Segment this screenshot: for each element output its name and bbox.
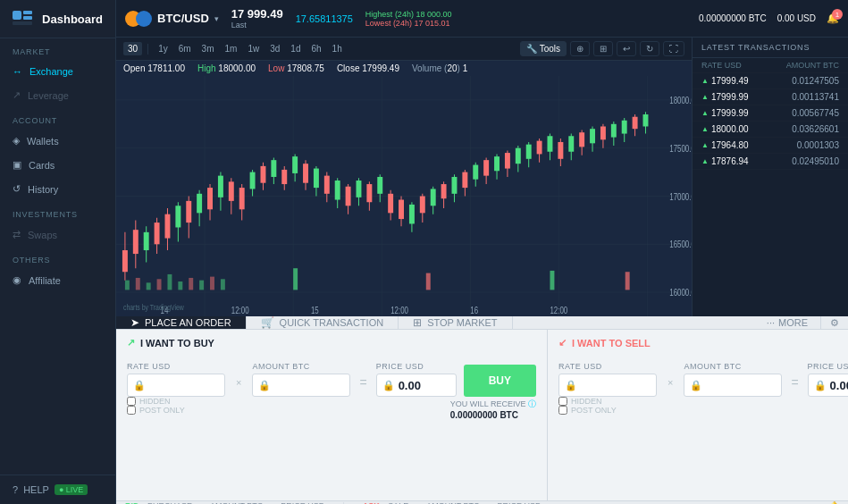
fullscreen-btn[interactable]: ⛶ [663,41,684,56]
sidebar-item-cards[interactable]: ▣ Cards [0,153,115,177]
tx-rate-6: ▲ 17876.94 [701,156,749,166]
svg-rect-136 [221,279,225,290]
market-label: MARKET [0,38,115,60]
sidebar-item-swaps[interactable]: ⇄ Swaps [0,223,115,247]
time-btn-1h[interactable]: 1h [328,42,347,55]
multiply-sign: × [236,377,241,388]
help-item[interactable]: ? HELP ● LIVE [13,484,103,495]
svg-rect-122 [622,121,627,134]
logo-icon [13,11,35,27]
svg-rect-110 [558,142,563,159]
sell-form-fields: RATE USD 🔒 × AMOUNT BTC 🔒 [558,356,848,397]
place-order-label: PLACE AN ORDER [145,317,231,328]
sell-rate-input[interactable] [581,380,651,391]
tx-rate-5: ▲ 17964.80 [701,140,749,150]
tab-quick-transaction[interactable]: 🛒 QUICK TRANSACTION [247,316,399,329]
wallets-icon: ◈ [13,135,20,147]
sell-price-field: PRICE USD 🔒 0.00 [808,362,848,397]
topbar-right: 0.00000000 BTC 0.00 USD 🔔 1 [699,13,839,24]
settings-button[interactable]: ⚙ [820,316,848,329]
pair-name: BTC/USD [157,12,209,25]
svg-rect-140 [626,272,630,290]
svg-rect-42 [197,194,202,214]
time-btn-6h[interactable]: 6h [306,42,325,55]
tab-stop-market[interactable]: ⊞ STOP MARKET [399,316,512,329]
svg-rect-1 [23,11,32,14]
sell-post-only-checkbox-label[interactable]: POST ONLY [558,406,617,415]
time-btn-3d[interactable]: 3d [265,42,284,55]
svg-rect-52 [250,172,256,189]
time-btn-1y[interactable]: 1y [154,42,172,55]
amount-lock-icon: 🔒 [258,380,271,391]
svg-rect-86 [431,189,436,206]
main-content: BTC/USD ▾ 17 999.49 Last 17.65811375 Hig… [116,0,848,504]
price-label: Last [231,21,283,29]
time-btn-1w[interactable]: 1w [243,42,264,55]
svg-rect-130 [157,279,162,290]
post-only-checkbox-label[interactable]: POST ONLY [127,406,185,415]
usd-icon [136,11,152,27]
buy-rate-input[interactable] [149,380,219,391]
time-btn-1m[interactable]: 1m [221,42,242,55]
price-change: 17.65811375 [296,13,353,24]
tx-amount-1: 0.01247505 [792,76,839,86]
sidebar-item-affiliate[interactable]: ◉ Affiliate [0,268,115,292]
sell-amount-lock-icon: 🔒 [690,380,702,391]
tab-place-order[interactable]: ➤ PLACE AN ORDER [116,316,247,329]
svg-text:15: 15 [311,305,319,316]
redo-btn[interactable]: ↻ [640,41,659,56]
gear-icon: ⚙ [830,317,839,329]
indicator-btn[interactable]: ⊕ [570,41,590,56]
svg-rect-68 [335,181,340,200]
price-hl: Highest (24h) 18 000.00 Lowest (24h) 17 … [365,10,452,28]
svg-rect-66 [324,176,330,194]
time-btn-3m[interactable]: 3m [197,42,219,55]
sell-amount-input[interactable] [706,380,776,391]
svg-rect-58 [281,170,287,184]
compare-btn[interactable]: ⊞ [593,41,613,56]
chart-close: Close 17999.49 [337,63,399,73]
sidebar-item-history[interactable]: ↺ History [0,177,115,201]
hidden-checkbox-label[interactable]: HIDDEN [127,397,185,406]
more-button[interactable]: ··· MORE [754,317,820,328]
sidebar-logo[interactable]: Dashboard [13,11,103,27]
svg-rect-40 [186,201,191,223]
pair-selector[interactable]: BTC/USD ▾ [125,11,219,27]
post-only-checkbox[interactable] [127,406,136,415]
sell-rate-input-wrapper: 🔒 [558,374,657,397]
chart-toolbar-right: 🔧 Tools ⊕ ⊞ ↩ ↻ ⛶ [520,41,684,56]
buy-form-fields: RATE USD 🔒 × AMOUNT BTC 🔒 [127,356,536,397]
svg-rect-135 [210,277,214,290]
you-receive-label: YOU WILL RECEIVE ⓘ [450,399,536,410]
svg-rect-62 [303,164,308,183]
buy-amount-input[interactable] [274,380,344,391]
sell-hidden-checkbox[interactable] [558,397,567,406]
price-lock-icon: 🔒 [382,380,395,391]
buy-amount-field: AMOUNT BTC 🔒 [252,362,350,397]
time-btn-1d[interactable]: 1d [286,42,305,55]
svg-text:16000.0: 16000.0 [669,287,692,298]
svg-rect-48 [229,181,234,201]
svg-rect-102 [516,148,521,164]
sidebar-item-exchange[interactable]: ↔ Exchange [0,60,115,83]
sell-post-only-checkbox[interactable] [558,406,567,415]
sidebar-item-leverage[interactable]: ↗ Leverage [0,83,115,107]
svg-rect-96 [483,160,489,175]
time-btn-30[interactable]: 30 [123,42,142,55]
buy-button[interactable]: BUY [464,365,536,397]
notification-bell[interactable]: 🔔 1 [827,13,839,24]
time-btn-6m[interactable]: 6m [174,42,196,55]
buy-price-value: 0.00 [399,379,421,392]
sell-hidden-checkbox-label[interactable]: HIDDEN [558,397,617,406]
tx-row-3: ▲ 17999.99 0.00567745 [693,105,848,122]
tx-rate-1: ▲ 17999.49 [701,76,749,86]
balance-btc: 0.00000000 BTC [699,13,767,23]
svg-rect-100 [505,153,510,168]
quick-tx-icon: 🛒 [261,316,274,329]
hidden-checkbox[interactable] [127,397,136,406]
undo-btn[interactable]: ↩ [617,41,636,56]
svg-rect-137 [293,268,298,290]
tools-btn[interactable]: 🔧 Tools [520,41,567,56]
svg-rect-129 [147,282,151,290]
sidebar-item-wallets[interactable]: ◈ Wallets [0,129,115,153]
